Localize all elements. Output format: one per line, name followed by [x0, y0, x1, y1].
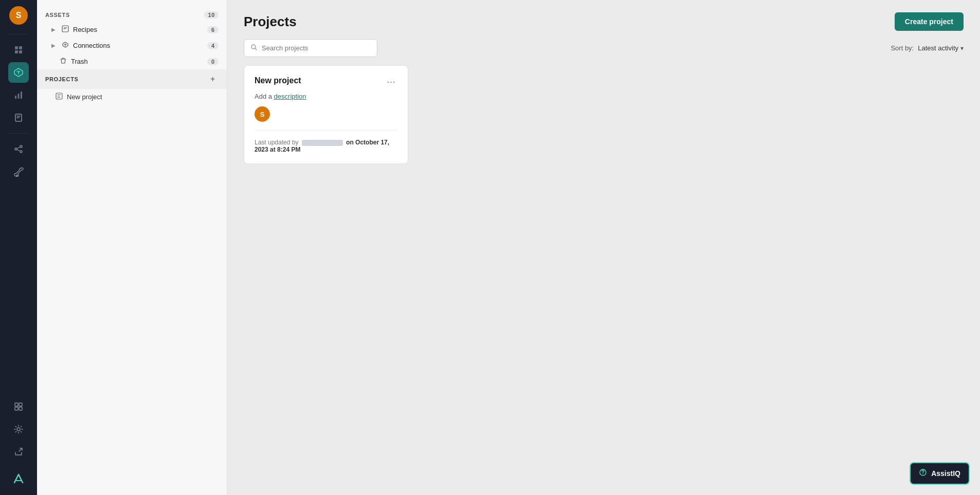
project-description-link[interactable]: description: [274, 93, 306, 100]
nav-analytics-icon[interactable]: [8, 85, 29, 105]
svg-rect-12: [19, 403, 22, 406]
project-description-prefix: Add a: [255, 93, 272, 100]
page-title: Projects: [244, 14, 297, 30]
project-card-menu-button[interactable]: ···: [385, 76, 397, 86]
sidebar-item-recipes[interactable]: ▶ Recipes 6: [37, 22, 227, 38]
app-logo: [8, 468, 29, 489]
nav-bottom: [8, 396, 29, 489]
main-toolbar: Sort by: Latest activity ▾: [227, 39, 980, 65]
sidebar-item-new-project[interactable]: New project: [37, 89, 227, 105]
nav-divider-top: [8, 34, 29, 34]
nav-tools-icon[interactable]: [8, 161, 29, 182]
assets-count: 10: [204, 11, 219, 19]
assist-iq-button[interactable]: AssistIQ: [910, 462, 970, 485]
new-project-icon: [56, 93, 63, 101]
assist-iq-icon: [919, 468, 927, 479]
projects-section-header[interactable]: PROJECTS +: [37, 69, 227, 89]
svg-point-21: [922, 473, 923, 474]
footer-user-redacted: [302, 140, 343, 146]
assist-iq-label: AssistIQ: [931, 469, 960, 478]
recipes-label: Recipes: [73, 26, 203, 33]
svg-rect-1: [19, 46, 22, 49]
assets-label: ASSETS: [45, 12, 70, 18]
svg-rect-6: [21, 91, 22, 99]
nav-datasets-icon[interactable]: [8, 40, 29, 60]
svg-point-8: [15, 148, 17, 150]
user-avatar[interactable]: S: [9, 6, 28, 25]
svg-point-10: [20, 151, 22, 153]
svg-rect-13: [15, 407, 18, 410]
sort-value: Latest activity: [918, 44, 958, 52]
svg-rect-5: [18, 94, 20, 99]
trash-label: Trash: [71, 58, 203, 65]
search-box[interactable]: [244, 39, 377, 57]
create-project-button[interactable]: Create project: [895, 12, 964, 31]
project-description: Add a description: [255, 93, 397, 100]
recipes-expand-arrow: ▶: [51, 27, 56, 32]
nav-recipes-icon[interactable]: [8, 62, 29, 83]
projects-grid: New project ··· Add a description S Last…: [227, 65, 980, 164]
connections-label: Connections: [73, 42, 203, 49]
trash-count: 0: [207, 58, 219, 65]
assets-section-header: ASSETS 10: [37, 8, 227, 22]
project-card-title: New project: [255, 76, 301, 85]
svg-rect-3: [19, 50, 22, 53]
svg-rect-11: [15, 403, 18, 406]
project-card-divider: [255, 130, 397, 131]
sidebar: ASSETS 10 ▶ Recipes 6 ▶ Connections 4 Tr…: [37, 0, 227, 495]
main-content: Projects Create project Sort by: Latest …: [227, 0, 980, 495]
trash-icon: [60, 57, 67, 66]
sidebar-item-trash[interactable]: Trash 0: [37, 53, 227, 69]
add-project-button[interactable]: +: [207, 74, 219, 85]
nav-export-icon[interactable]: [8, 442, 29, 462]
svg-rect-14: [19, 407, 22, 410]
svg-point-15: [17, 428, 20, 431]
project-card-header: New project ···: [255, 76, 397, 86]
sidebar-item-connections[interactable]: ▶ Connections 4: [37, 38, 227, 53]
recipes-icon: [62, 25, 69, 34]
project-footer: Last updated by on October 17, 2023 at 8…: [255, 139, 397, 153]
sort-prefix: Sort by:: [891, 44, 914, 52]
svg-rect-2: [15, 50, 18, 53]
nav-share-icon[interactable]: [8, 139, 29, 159]
search-input[interactable]: [262, 44, 371, 52]
nav-reports-icon[interactable]: [8, 396, 29, 417]
connections-icon: [62, 41, 69, 50]
nav-books-icon[interactable]: [8, 107, 29, 128]
nav-settings-icon[interactable]: [8, 419, 29, 439]
project-card: New project ··· Add a description S Last…: [244, 65, 408, 164]
footer-prefix: Last updated by: [255, 139, 298, 146]
sort-control[interactable]: Sort by: Latest activity ▾: [891, 44, 964, 52]
project-member-avatar: S: [255, 106, 270, 122]
svg-point-9: [20, 145, 22, 148]
connections-expand-arrow: ▶: [51, 43, 56, 48]
recipes-count: 6: [207, 26, 219, 33]
svg-rect-4: [15, 96, 16, 99]
nav-divider-mid: [8, 133, 29, 134]
connections-count: 4: [207, 42, 219, 49]
new-project-label: New project: [67, 93, 102, 101]
search-icon: [250, 44, 258, 52]
nav-bar: S: [0, 0, 37, 495]
svg-rect-0: [15, 46, 18, 49]
main-header: Projects Create project: [227, 0, 980, 39]
sort-dropdown-arrow: ▾: [960, 45, 964, 52]
projects-label: PROJECTS: [45, 76, 79, 82]
